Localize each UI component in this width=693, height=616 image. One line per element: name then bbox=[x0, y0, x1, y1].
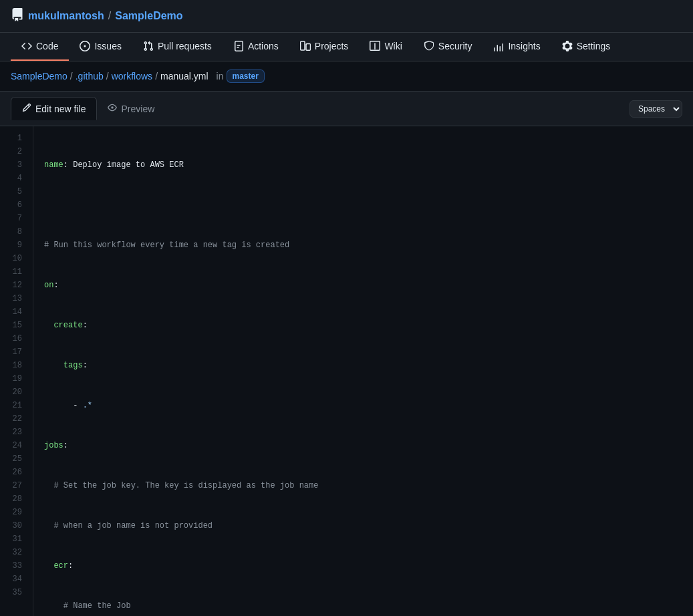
code-icon bbox=[21, 41, 32, 51]
breadcrumb-workflows[interactable]: workflows bbox=[112, 71, 152, 82]
issues-icon bbox=[80, 41, 90, 51]
tab-code-label: Code bbox=[36, 41, 58, 51]
edit-tab[interactable]: Edit new file bbox=[11, 97, 97, 120]
tab-settings[interactable]: Settings bbox=[551, 33, 621, 61]
edit-tab-label: Edit new file bbox=[35, 104, 86, 114]
branch-name: master bbox=[227, 69, 265, 83]
code-line-5: create: bbox=[44, 319, 682, 332]
tab-issues-label: Issues bbox=[94, 41, 121, 51]
nav-tabs: Code Issues Pull requests Actions bbox=[0, 33, 693, 61]
code-line-10: # when a job name is not provided bbox=[44, 519, 682, 532]
code-content[interactable]: name: Deploy image to AWS ECR # Run this… bbox=[33, 126, 693, 616]
repo-owner: mukulmantosh bbox=[28, 10, 104, 22]
tab-code[interactable]: Code bbox=[11, 33, 69, 61]
branch-badge: in master bbox=[217, 69, 265, 83]
preview-tab[interactable]: Preview bbox=[97, 97, 165, 120]
preview-icon bbox=[108, 103, 117, 114]
code-line-7: - .* bbox=[44, 399, 682, 412]
repo-icon bbox=[11, 8, 24, 24]
code-line-8: jobs: bbox=[44, 439, 682, 452]
repo-name: SampleDemo bbox=[115, 10, 182, 22]
code-line-11: ecr: bbox=[44, 559, 682, 573]
code-line-4: on: bbox=[44, 279, 682, 292]
spaces-selector[interactable]: Spaces Tabs bbox=[630, 100, 682, 118]
top-bar: mukulmantosh / SampleDemo bbox=[0, 0, 693, 33]
settings-icon bbox=[562, 41, 573, 51]
preview-tab-label: Preview bbox=[121, 104, 154, 114]
security-icon bbox=[424, 41, 434, 51]
code-line-9: # Set the job key. The key is displayed … bbox=[44, 479, 682, 492]
code-line-2 bbox=[44, 198, 682, 212]
tab-security-label: Security bbox=[438, 41, 472, 51]
actions-icon bbox=[233, 41, 244, 51]
repo-link[interactable]: mukulmantosh / SampleDemo bbox=[11, 8, 183, 24]
editor-toolbar: Edit new file Preview Spaces Tabs bbox=[0, 92, 693, 126]
breadcrumb: SampleDemo / .github / workflows / manua… bbox=[0, 61, 693, 92]
tab-actions-label: Actions bbox=[248, 41, 279, 51]
tab-wiki[interactable]: Wiki bbox=[359, 33, 412, 61]
wiki-icon bbox=[370, 41, 380, 51]
tab-actions[interactable]: Actions bbox=[223, 33, 289, 61]
editor-tabs: Edit new file Preview bbox=[11, 97, 165, 120]
tab-security[interactable]: Security bbox=[413, 33, 483, 61]
code-line-1: name: Deploy image to AWS ECR bbox=[44, 158, 682, 172]
spaces-select[interactable]: Spaces Tabs bbox=[630, 100, 682, 118]
tab-issues[interactable]: Issues bbox=[69, 33, 132, 61]
code-line-3: # Run this workflow every time a new tag… bbox=[44, 239, 682, 252]
breadcrumb-github[interactable]: .github bbox=[76, 71, 104, 82]
projects-icon bbox=[300, 41, 311, 51]
repo-separator: / bbox=[108, 10, 111, 22]
tab-projects[interactable]: Projects bbox=[289, 33, 360, 61]
edit-icon bbox=[22, 103, 31, 114]
branch-in-label: in bbox=[217, 71, 224, 82]
breadcrumb-repo[interactable]: SampleDemo bbox=[11, 71, 67, 82]
tab-pull-requests[interactable]: Pull requests bbox=[132, 33, 223, 61]
tab-projects-label: Projects bbox=[315, 41, 349, 51]
tab-wiki-label: Wiki bbox=[384, 41, 402, 51]
code-line-6: tags: bbox=[44, 359, 682, 372]
code-line-12: # Name the Job bbox=[44, 599, 682, 613]
code-editor: 1 2 3 4 5 6 7 8 9 10 11 12 13 14 15 16 1… bbox=[0, 126, 693, 616]
tab-pr-label: Pull requests bbox=[158, 41, 212, 51]
insights-icon bbox=[493, 41, 504, 51]
pr-icon bbox=[143, 41, 154, 51]
tab-insights-label: Insights bbox=[508, 41, 540, 51]
line-numbers: 1 2 3 4 5 6 7 8 9 10 11 12 13 14 15 16 1… bbox=[0, 126, 33, 616]
tab-insights[interactable]: Insights bbox=[482, 33, 551, 61]
tab-settings-label: Settings bbox=[577, 41, 611, 51]
breadcrumb-file: manual.yml bbox=[160, 71, 209, 82]
